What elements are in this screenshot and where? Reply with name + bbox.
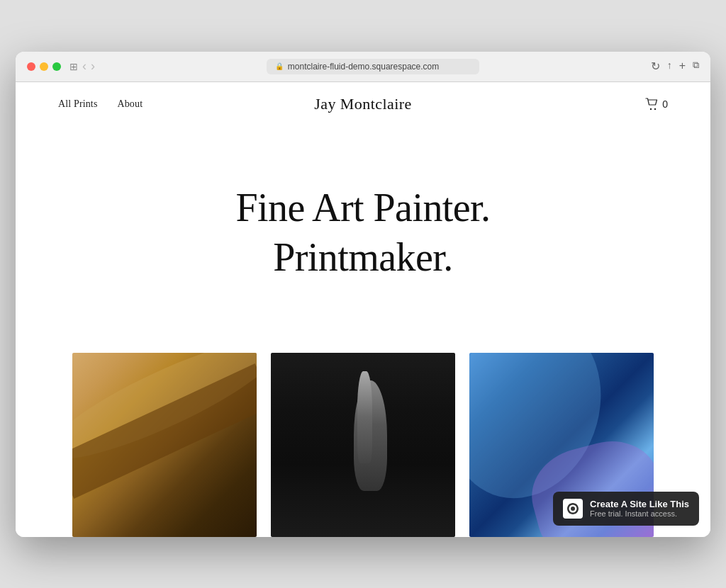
forward-button[interactable]: ›	[91, 59, 95, 74]
hero-line2: Printmaker.	[235, 232, 490, 282]
back-button[interactable]: ‹	[82, 59, 86, 74]
site-title[interactable]: Jay Montclaire	[314, 95, 412, 113]
squarespace-logo-icon	[566, 502, 580, 516]
cart-count: 0	[662, 98, 668, 110]
hero-text: Fine Art Painter. Printmaker.	[235, 183, 490, 282]
nav-right: 0	[645, 98, 668, 111]
gallery-image-warm	[72, 353, 257, 537]
gallery-image-dark	[271, 353, 455, 537]
duplicate-tab-icon[interactable]: ⧉	[693, 60, 699, 73]
cart-button[interactable]: 0	[645, 98, 668, 111]
all-prints-link[interactable]: All Prints	[58, 98, 97, 110]
gallery-item-warm[interactable]	[72, 353, 257, 537]
svg-point-0	[650, 108, 652, 109]
address-bar[interactable]: 🔒 montclaire-fluid-demo.squarespace.com	[267, 59, 479, 74]
squarespace-badge[interactable]: Create A Site Like This Free trial. Inst…	[553, 492, 699, 526]
minimize-button[interactable]	[40, 62, 48, 71]
reload-icon[interactable]: ↻	[651, 60, 660, 73]
squarespace-badge-text: Create A Site Like This Free trial. Inst…	[590, 499, 689, 518]
url-text: montclaire-fluid-demo.squarespace.com	[288, 62, 439, 72]
address-bar-wrap: 🔒 montclaire-fluid-demo.squarespace.com	[104, 59, 642, 74]
browser-chrome: ⊞ ‹ › 🔒 montclaire-fluid-demo.squarespac…	[16, 52, 710, 82]
fullscreen-button[interactable]	[52, 62, 61, 71]
lock-icon: 🔒	[275, 62, 284, 70]
hero-line1: Fine Art Painter.	[235, 183, 490, 232]
close-button[interactable]	[27, 62, 35, 71]
add-tab-icon[interactable]: +	[679, 60, 686, 73]
about-link[interactable]: About	[117, 98, 143, 110]
window-switcher-icon[interactable]: ⊞	[69, 61, 78, 72]
site-content: All Prints About Jay Montclaire 0 Fine A…	[16, 82, 710, 537]
site-header: All Prints About Jay Montclaire 0	[16, 82, 710, 126]
browser-window: ⊞ ‹ › 🔒 montclaire-fluid-demo.squarespac…	[16, 52, 710, 537]
squarespace-badge-icon	[563, 499, 583, 519]
badge-title: Create A Site Like This	[590, 499, 689, 509]
cart-icon	[645, 98, 659, 111]
nav-left: All Prints About	[58, 98, 143, 110]
gallery-wrapper: Create A Site Like This Free trial. Inst…	[16, 353, 710, 537]
traffic-lights	[27, 62, 61, 71]
share-icon[interactable]: ↑	[667, 60, 672, 73]
browser-navigation: ⊞ ‹ ›	[69, 59, 95, 74]
badge-subtitle: Free trial. Instant access.	[590, 509, 689, 518]
gallery-item-dark[interactable]	[271, 353, 455, 537]
browser-actions: ↻ ↑ + ⧉	[651, 60, 699, 73]
svg-point-1	[654, 108, 656, 109]
hero-section: Fine Art Painter. Printmaker.	[16, 126, 710, 353]
